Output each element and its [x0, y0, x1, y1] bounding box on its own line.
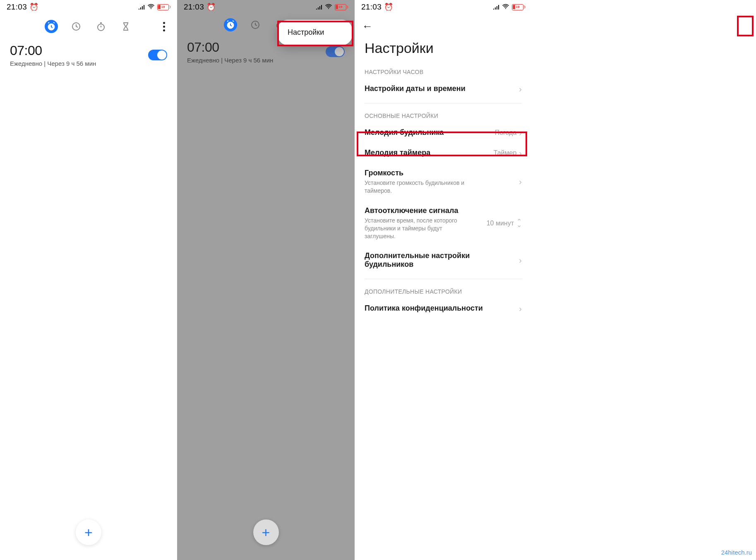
signal-icon [493, 3, 500, 12]
alarm-item[interactable]: 07:00 Ежедневно | Через 9 ч 56 мин [0, 36, 177, 70]
alarm-status-icon: ⏰ [384, 2, 393, 12]
chevron-right-icon: › [519, 149, 522, 157]
alarm-sound-value: Погода [495, 129, 517, 136]
row-extra-alarm[interactable]: Дополнительные настройки будильников › [355, 246, 532, 275]
alarm-subtitle: Ежедневно | Через 9 ч 56 мин [187, 57, 326, 64]
overflow-menu-button[interactable] [157, 18, 170, 35]
tab-clock[interactable] [70, 20, 83, 33]
tab-alarm[interactable] [224, 18, 237, 31]
timer-sound-value: Таймер [494, 149, 517, 157]
tab-bar [0, 13, 177, 36]
status-time: 21:03 [361, 2, 382, 12]
row-auto-off[interactable]: Автоотключение сигнала Установите время,… [355, 201, 532, 246]
popup-item-settings[interactable]: Настройки [288, 28, 342, 37]
row-alarm-sound[interactable]: Мелодия будильника Погода › [355, 122, 532, 143]
clock-settings-screen: 21:03 ⏰ 19 ← Настройки НАСТРОЙКИ ЧАСОВ Н… [355, 0, 532, 560]
tab-timer[interactable] [119, 20, 132, 33]
plus-icon: + [262, 525, 270, 539]
divider [365, 279, 522, 279]
divider [365, 103, 522, 103]
add-alarm-button[interactable]: + [253, 519, 279, 545]
chevron-right-icon: › [519, 177, 522, 186]
signal-icon [138, 3, 146, 12]
auto-off-value: 10 минут [487, 220, 514, 227]
clock-app-overflow-open: 21:03 ⏰ 19 [177, 0, 355, 560]
tab-clock[interactable] [249, 18, 262, 31]
battery-icon: 19 [335, 4, 348, 10]
tab-stopwatch[interactable] [94, 20, 108, 33]
status-bar: 21:03 ⏰ 19 [177, 0, 355, 13]
svg-point-0 [151, 8, 151, 9]
status-time: 21:03 [7, 2, 27, 12]
alarm-toggle[interactable] [326, 46, 345, 57]
alarm-toggle[interactable] [148, 50, 167, 60]
battery-icon: 19 [157, 4, 170, 10]
chevron-right-icon: › [519, 85, 522, 93]
status-time: 21:03 [184, 2, 204, 12]
chevron-right-icon: › [519, 304, 522, 313]
wifi-icon [325, 3, 332, 12]
alarm-time: 07:00 [10, 43, 148, 58]
back-button[interactable]: ← [362, 20, 373, 32]
wifi-icon [147, 3, 155, 12]
svg-point-4 [328, 8, 329, 9]
section-clock-settings: НАСТРОЙКИ ЧАСОВ [355, 64, 532, 79]
svg-point-8 [505, 8, 506, 9]
wifi-icon [502, 3, 509, 12]
updown-icon: ⌃⌄ [516, 220, 522, 227]
status-bar: 21:03 ⏰ 19 [0, 0, 177, 13]
alarm-status-icon: ⏰ [29, 2, 38, 12]
chevron-right-icon: › [519, 129, 522, 137]
section-extra-settings: ДОПОЛНИТЕЛЬНЫЕ НАСТРОЙКИ [355, 283, 532, 298]
chevron-right-icon: › [519, 256, 522, 264]
row-volume[interactable]: Громкость Установите громкость будильник… [355, 163, 532, 201]
page-title: Настройки [355, 36, 532, 64]
overflow-popup: Настройки [278, 20, 352, 45]
battery-icon: 19 [512, 4, 525, 10]
alarm-subtitle: Ежедневно | Через 9 ч 56 мин [10, 60, 148, 67]
row-privacy[interactable]: Политика конфиденциальности › [355, 298, 532, 318]
section-main-settings: ОСНОВНЫЕ НАСТРОЙКИ [355, 108, 532, 122]
status-bar: 21:03 ⏰ 19 [355, 0, 532, 13]
row-timer-sound[interactable]: Мелодия таймера Таймер › [355, 143, 532, 163]
plus-icon: + [84, 525, 93, 539]
watermark: 24hitech.ru [721, 549, 752, 556]
alarm-status-icon: ⏰ [206, 2, 216, 12]
row-date-time[interactable]: Настройки даты и времени › [355, 79, 532, 99]
clock-app-alarm-screen: 21:03 ⏰ 19 [0, 0, 177, 560]
signal-icon [316, 3, 323, 12]
tab-alarm[interactable] [45, 20, 58, 33]
add-alarm-button[interactable]: + [76, 519, 101, 545]
